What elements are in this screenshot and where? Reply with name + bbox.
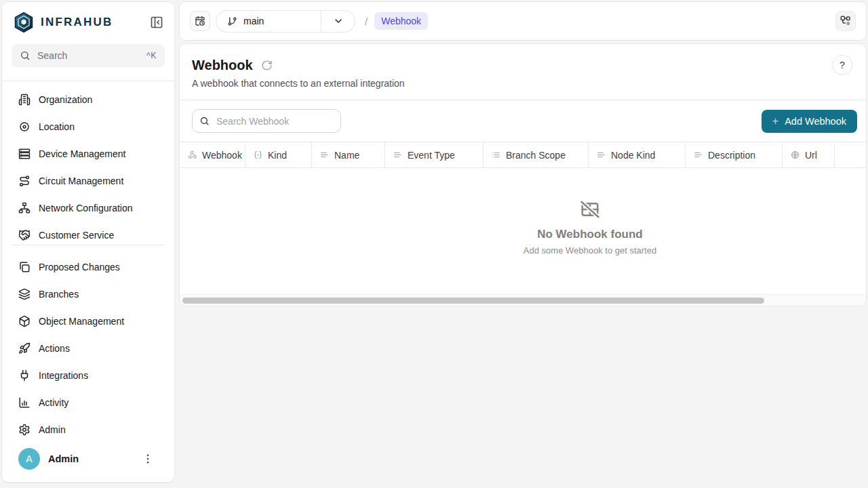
column-header-label: Description xyxy=(708,150,755,161)
empty-state-title: No Webhook found xyxy=(537,228,643,241)
search-icon xyxy=(20,50,31,61)
column-header-label: Url xyxy=(805,150,817,161)
globe-icon xyxy=(791,150,800,159)
toolbar: + Add Webhook xyxy=(180,100,866,142)
search-input[interactable] xyxy=(215,115,334,127)
sidebar-search-shortcut: ^K xyxy=(146,51,157,60)
table-header-row: WebhookKindNameEvent TypeBranch ScopeNod… xyxy=(180,142,866,168)
column-header-kind[interactable]: Kind xyxy=(245,142,312,167)
user-menu[interactable]: A Admin xyxy=(2,443,174,475)
sidebar-nav-schema: OrganizationLocationDevice ManagementCir… xyxy=(2,81,174,241)
sidebar-item-organization[interactable]: Organization xyxy=(2,86,174,113)
sidebar-item-branches[interactable]: Branches xyxy=(2,281,174,308)
plug-icon xyxy=(18,369,31,382)
column-header-label: Webhook xyxy=(202,150,242,161)
sidebar-item-label: Customer Service xyxy=(39,230,114,241)
copy-icon xyxy=(18,261,31,273)
text-icon xyxy=(597,150,606,159)
sidebar-item-location[interactable]: Location xyxy=(2,113,174,140)
column-header-node-kind[interactable]: Node Kind xyxy=(589,142,686,167)
calendar-clock-icon xyxy=(195,16,205,26)
branch-name: main xyxy=(243,16,264,26)
column-header-branch-scope[interactable]: Branch Scope xyxy=(484,142,589,167)
date-selector-button[interactable] xyxy=(190,11,210,31)
column-header-url[interactable]: Url xyxy=(783,142,835,167)
topbar: main / Webhook xyxy=(179,1,867,41)
git-branch-icon xyxy=(227,16,237,26)
network-icon xyxy=(18,202,31,214)
handshake-icon xyxy=(18,229,31,241)
sidebar-item-label: Actions xyxy=(39,343,70,354)
column-header-label: Event Type xyxy=(408,150,455,161)
search-icon xyxy=(199,116,210,126)
chart-icon xyxy=(18,396,31,409)
column-header-description[interactable]: Description xyxy=(686,142,783,167)
sidebar-item-label: Proposed Changes xyxy=(39,262,120,272)
rocket-icon xyxy=(18,342,31,354)
infrahub-logo-icon xyxy=(13,12,35,33)
empty-state: No Webhook found Add some Webhook to get… xyxy=(180,168,867,256)
add-webhook-button[interactable]: + Add Webhook xyxy=(762,110,857,133)
sidebar-item-customer-service[interactable]: Customer Service xyxy=(2,222,174,241)
empty-state-subtitle: Add some Webhook to get started xyxy=(524,245,656,256)
column-header-webhook[interactable]: Webhook xyxy=(180,142,245,167)
sidebar-item-circuit-management[interactable]: Circuit Management xyxy=(2,167,174,195)
help-button[interactable]: ? xyxy=(832,55,852,75)
sidebar-item-object-management[interactable]: Object Management xyxy=(2,308,174,335)
branch-selector-value[interactable]: main xyxy=(216,11,321,32)
sidebar-item-activity[interactable]: Activity xyxy=(2,389,174,416)
sidebar-nav-system: Proposed ChangesBranchesObject Managemen… xyxy=(2,245,174,443)
sidebar-item-label: Admin xyxy=(39,424,66,435)
text-icon xyxy=(393,150,402,159)
sidebar-item-device-management[interactable]: Device Management xyxy=(2,140,174,167)
sidebar-item-proposed-changes[interactable]: Proposed Changes xyxy=(2,253,174,281)
scrollbar-thumb[interactable] xyxy=(182,298,764,304)
sidebar-item-actions[interactable]: Actions xyxy=(2,335,174,362)
add-webhook-label: Add Webhook xyxy=(785,116,846,127)
text-icon xyxy=(694,150,703,159)
page-header: Webhook A webhook that connects to an ex… xyxy=(180,44,866,100)
breadcrumb-current[interactable]: Webhook xyxy=(374,12,428,30)
box-icon xyxy=(18,315,31,327)
column-header-label: Node Kind xyxy=(611,150,655,161)
panel-collapse-icon[interactable] xyxy=(150,16,163,29)
sidebar-item-integrations[interactable]: Integrations xyxy=(2,362,174,389)
column-header-label: Name xyxy=(334,150,359,161)
schema-visualizer-button[interactable] xyxy=(835,11,856,31)
building-icon xyxy=(18,94,31,106)
sidebar-header: INFRAHUB xyxy=(2,2,174,33)
sidebar-item-label: Location xyxy=(39,121,75,132)
column-header-spacer xyxy=(835,142,866,167)
kebab-icon[interactable] xyxy=(142,453,154,465)
horizontal-scrollbar xyxy=(180,294,866,306)
branch-selector-toggle[interactable] xyxy=(321,11,355,32)
sidebar-item-label: Circuit Management xyxy=(39,176,123,186)
sidebar-search[interactable]: Search ^K xyxy=(12,44,165,67)
chevron-down-icon xyxy=(333,16,344,26)
list-icon xyxy=(492,150,500,159)
braces-icon xyxy=(254,150,262,159)
breadcrumb-separator: / xyxy=(365,16,368,27)
webhook-icon xyxy=(188,150,197,159)
sidebar: INFRAHUB Search ^K OrganizationLocationD… xyxy=(1,1,175,483)
sidebar-item-label: Network Configuration xyxy=(39,203,133,214)
layers-icon xyxy=(18,288,31,300)
page-subtitle: A webhook that connects to an external i… xyxy=(192,78,852,89)
column-header-event-type[interactable]: Event Type xyxy=(385,142,484,167)
plus-icon: + xyxy=(772,115,778,127)
avatar: A xyxy=(18,448,40,470)
sidebar-item-network-configuration[interactable]: Network Configuration xyxy=(2,195,174,222)
location-icon xyxy=(18,121,31,133)
user-name: Admin xyxy=(48,453,79,464)
column-header-name[interactable]: Name xyxy=(312,142,385,167)
sidebar-item-label: Object Management xyxy=(39,316,124,327)
sidebar-item-label: Device Management xyxy=(39,148,125,159)
refresh-icon[interactable] xyxy=(261,60,273,71)
column-header-label: Kind xyxy=(268,150,287,161)
page-title: Webhook xyxy=(192,58,253,73)
sidebar-item-admin[interactable]: Admin xyxy=(2,416,174,443)
brand-name: INFRAHUB xyxy=(41,16,113,29)
column-header-label: Branch Scope xyxy=(506,150,566,161)
gear-icon xyxy=(18,424,31,436)
sidebar-item-label: Integrations xyxy=(39,370,88,381)
